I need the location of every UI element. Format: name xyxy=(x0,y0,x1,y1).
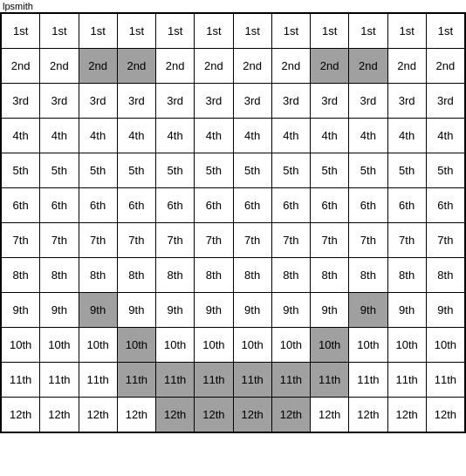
table-cell: 7th xyxy=(426,223,464,258)
table-cell: 2nd xyxy=(233,49,271,84)
table-cell: 9th xyxy=(156,293,195,328)
table-cell: 10th xyxy=(40,328,79,363)
table-cell: 11th xyxy=(387,363,426,398)
table-cell: 9th xyxy=(271,293,310,328)
table-cell: 12th xyxy=(387,398,426,432)
table-cell: 6th xyxy=(40,188,79,223)
table-cell: 10th xyxy=(156,328,195,363)
table-cell: 11th xyxy=(233,363,271,398)
table-cell: 7th xyxy=(387,223,426,258)
table-cell: 10th xyxy=(349,328,387,363)
table-cell: 9th xyxy=(233,293,271,328)
table-row: 1st1st1st1st1st1st1st1st1st1st1st1st xyxy=(2,14,465,49)
table-cell: 1st xyxy=(311,14,349,49)
table-cell: 11th xyxy=(156,363,195,398)
table-cell: 3rd xyxy=(79,84,117,119)
table-cell: 6th xyxy=(349,188,387,223)
table-row: 11th11th11th11th11th11th11th11th11th11th… xyxy=(2,363,465,398)
table-cell: 6th xyxy=(311,188,349,223)
table-cell: 1st xyxy=(426,14,464,49)
table-cell: 8th xyxy=(2,258,40,293)
table-cell: 8th xyxy=(40,258,79,293)
table-cell: 12th xyxy=(311,398,349,432)
table-cell: 3rd xyxy=(117,84,155,119)
table-cell: 12th xyxy=(271,398,310,432)
rank-table: 1st1st1st1st1st1st1st1st1st1st1st1st2nd2… xyxy=(1,13,465,432)
table-cell: 5th xyxy=(271,153,310,188)
table-cell: 7th xyxy=(233,223,271,258)
table-cell: 8th xyxy=(349,258,387,293)
table-row: 6th6th6th6th6th6th6th6th6th6th6th6th xyxy=(2,188,465,223)
table-cell: 4th xyxy=(311,119,349,153)
table-cell: 3rd xyxy=(40,84,79,119)
table-cell: 3rd xyxy=(387,84,426,119)
table-cell: 12th xyxy=(195,398,233,432)
table-cell: 2nd xyxy=(349,49,387,84)
table-cell: 11th xyxy=(195,363,233,398)
table-cell: 5th xyxy=(156,153,195,188)
table-cell: 3rd xyxy=(311,84,349,119)
table-cell: 7th xyxy=(2,223,40,258)
table-cell: 8th xyxy=(387,258,426,293)
table-cell: 11th xyxy=(117,363,155,398)
table-cell: 9th xyxy=(2,293,40,328)
table-cell: 7th xyxy=(311,223,349,258)
table-cell: 5th xyxy=(426,153,464,188)
table-cell: 9th xyxy=(387,293,426,328)
table-cell: 10th xyxy=(2,328,40,363)
table-row: 9th9th9th9th9th9th9th9th9th9th9th9th xyxy=(2,293,465,328)
table-cell: 11th xyxy=(426,363,464,398)
table-cell: 1st xyxy=(2,14,40,49)
table-cell: 11th xyxy=(271,363,310,398)
table-cell: 11th xyxy=(349,363,387,398)
table-cell: 12th xyxy=(117,398,155,432)
table-row: 4th4th4th4th4th4th4th4th4th4th4th4th xyxy=(2,119,465,153)
table-cell: 8th xyxy=(195,258,233,293)
table-cell: 1st xyxy=(117,14,155,49)
table-cell: 3rd xyxy=(2,84,40,119)
table-cell: 2nd xyxy=(156,49,195,84)
table-cell: 4th xyxy=(271,119,310,153)
table-cell: 11th xyxy=(311,363,349,398)
table-cell: 2nd xyxy=(40,49,79,84)
table-cell: 10th xyxy=(311,328,349,363)
table-cell: 7th xyxy=(117,223,155,258)
table-row: 8th8th8th8th8th8th8th8th8th8th8th8th xyxy=(2,258,465,293)
table-cell: 7th xyxy=(271,223,310,258)
table-cell: 12th xyxy=(156,398,195,432)
table-cell: 4th xyxy=(117,119,155,153)
table-cell: 8th xyxy=(311,258,349,293)
table-cell: 4th xyxy=(349,119,387,153)
table-cell: 5th xyxy=(233,153,271,188)
table-cell: 11th xyxy=(79,363,117,398)
table-cell: 1st xyxy=(79,14,117,49)
table-cell: 6th xyxy=(79,188,117,223)
table-cell: 2nd xyxy=(271,49,310,84)
table-cell: 6th xyxy=(387,188,426,223)
table-cell: 7th xyxy=(349,223,387,258)
table-cell: 12th xyxy=(233,398,271,432)
table-cell: 2nd xyxy=(79,49,117,84)
table-row: 5th5th5th5th5th5th5th5th5th5th5th5th xyxy=(2,153,465,188)
table-cell: 3rd xyxy=(426,84,464,119)
table-cell: 8th xyxy=(271,258,310,293)
table-cell: 12th xyxy=(40,398,79,432)
table-cell: 10th xyxy=(387,328,426,363)
table-cell: 1st xyxy=(271,14,310,49)
table-cell: 12th xyxy=(2,398,40,432)
table-cell: 10th xyxy=(271,328,310,363)
table-cell: 6th xyxy=(2,188,40,223)
table-cell: 5th xyxy=(195,153,233,188)
table-cell: 2nd xyxy=(387,49,426,84)
app-title: lpsmith xyxy=(3,1,33,11)
table-cell: 3rd xyxy=(156,84,195,119)
table-cell: 5th xyxy=(40,153,79,188)
table-cell: 1st xyxy=(195,14,233,49)
table-cell: 7th xyxy=(40,223,79,258)
table-cell: 4th xyxy=(2,119,40,153)
table-cell: 9th xyxy=(426,293,464,328)
table-cell: 4th xyxy=(233,119,271,153)
table-cell: 5th xyxy=(2,153,40,188)
table-cell: 10th xyxy=(426,328,464,363)
table-cell: 8th xyxy=(79,258,117,293)
